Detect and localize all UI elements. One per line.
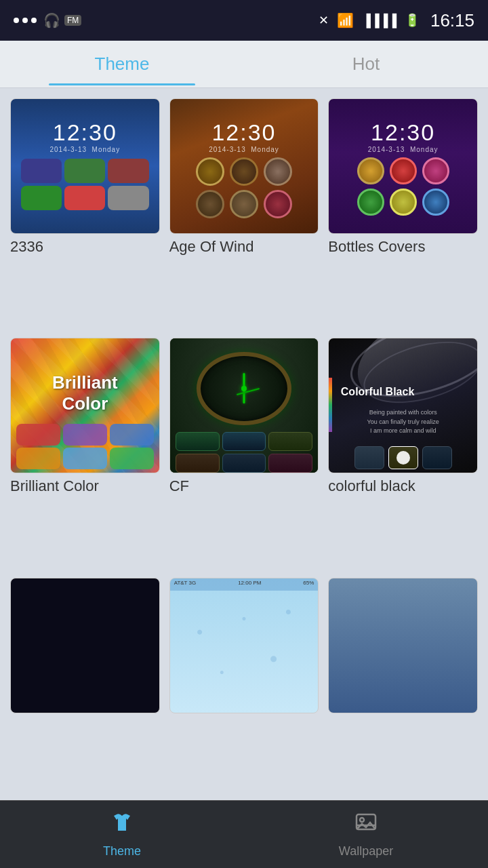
theme-label-bottles-covers: Bottles Covers	[328, 238, 478, 256]
mini-icon-1	[21, 159, 62, 183]
clock-2336: 12:30	[53, 119, 117, 146]
battery-icon: 🔋	[405, 13, 420, 28]
br-icon-4	[16, 448, 60, 469]
aow-icon-1	[196, 157, 224, 186]
status-dot-3	[31, 18, 37, 23]
date-bottles: 2014-3-13 Monday	[368, 146, 439, 153]
status-dot-2	[22, 18, 28, 23]
clock-aow: 12:30	[211, 119, 276, 146]
aow-icon-2	[230, 157, 258, 186]
aow-icon-6	[264, 190, 292, 218]
cf-icon-1	[176, 432, 220, 451]
bottle-icon-3	[422, 157, 449, 184]
mini-icon-2	[64, 159, 105, 183]
cf-icon-6	[268, 454, 312, 473]
cb-icon-1	[354, 446, 384, 469]
aow-icon-3	[264, 157, 292, 186]
bottle-icon-5	[390, 189, 417, 216]
clock-face-cf	[197, 352, 291, 425]
icon-row-aow-1	[196, 157, 292, 186]
bottle-icon-2	[390, 157, 417, 184]
bottle-icon-1	[357, 157, 384, 184]
theme-thumb-brilliant: BrilliantColor	[10, 338, 160, 473]
date-aow: 2014-3-13 Monday	[209, 146, 279, 153]
bottom-nav: Theme Wallpaper	[0, 800, 488, 868]
theme-thumb-bottles: 12:30 2014-3-13 Monday	[328, 98, 478, 234]
status-dot-1	[14, 18, 19, 23]
mini-icon-5	[64, 186, 105, 210]
theme-item-age-of-wind[interactable]: 12:30 2014-3-13 Monday Age Of Wind	[169, 98, 319, 328]
theme-label-colorful-black: colorful black	[328, 477, 478, 495]
status-right: ✕ 📶 ▐▐▐▐ 🔋 16:15	[319, 10, 474, 31]
theme-label-age-of-wind: Age Of Wind	[169, 238, 319, 256]
mute-icon: ✕	[319, 13, 329, 28]
theme-item-colorful-black[interactable]: Colorful Black Being painted with colors…	[328, 338, 478, 568]
clock-bottles: 12:30	[371, 119, 435, 146]
theme-item-bottles-covers[interactable]: 12:30 2014-3-13 Monday Bottles Covers	[328, 98, 478, 328]
theme-item-blue-gradient[interactable]	[328, 578, 478, 790]
theme-item-ios-style[interactable]: AT&T 3G 12:00 PM 65%	[169, 578, 319, 790]
icon-row-bottles-2	[357, 189, 449, 216]
theme-label-2336: 2336	[10, 238, 160, 256]
cb-icon-3	[422, 446, 452, 469]
aow-icon-5	[230, 190, 258, 218]
cb-bottom-icons	[329, 446, 477, 469]
theme-thumb-ios: AT&T 3G 12:00 PM 65%	[169, 578, 319, 713]
nav-item-wallpaper[interactable]: Wallpaper	[244, 801, 488, 868]
nav-item-theme[interactable]: Theme	[0, 801, 244, 868]
mini-icons-2336	[18, 159, 152, 210]
signal-icon: ▐▐▐▐	[362, 14, 396, 28]
tab-theme[interactable]: Theme	[0, 43, 244, 85]
cf-bottom-icons	[170, 432, 319, 473]
wallpaper-nav-label: Wallpaper	[339, 844, 393, 859]
brilliant-color-text: BrilliantColor	[18, 372, 152, 414]
tab-bar: Theme Hot	[0, 41, 488, 88]
aow-icon-4	[196, 190, 224, 218]
theme-label-cf: CF	[169, 477, 319, 495]
br-icon-6	[110, 448, 154, 469]
status-bar: 🎧 FM ✕ 📶 ▐▐▐▐ 🔋 16:15	[0, 0, 488, 41]
tab-hot[interactable]: Hot	[244, 43, 488, 85]
wallpaper-nav-icon	[354, 810, 378, 840]
theme-thumb-colorful-black: Colorful Black Being painted with colors…	[328, 338, 478, 473]
bottle-icon-4	[357, 189, 384, 216]
mini-icon-3	[108, 159, 148, 183]
svg-point-2	[360, 818, 364, 822]
wifi-icon: 📶	[337, 12, 354, 28]
status-left: 🎧 FM	[14, 12, 81, 28]
br-icon-2	[63, 424, 107, 446]
status-dots	[14, 18, 37, 23]
theme-item-cf[interactable]: CF	[169, 338, 319, 568]
theme-thumb-dark	[10, 578, 160, 713]
colorful-black-title: Colorful Black	[341, 386, 414, 398]
br-icon-5	[63, 448, 107, 469]
br-icon-3	[110, 424, 154, 446]
theme-item-brilliant-color[interactable]: BrilliantColor Brilliant Color	[10, 338, 160, 568]
theme-nav-icon	[110, 810, 134, 840]
br-icon-1	[16, 424, 60, 446]
headset-icon: 🎧	[43, 12, 60, 28]
theme-thumb-blue-grad	[328, 578, 478, 713]
cf-icon-5	[222, 454, 266, 473]
theme-item-2336[interactable]: 12:30 2014-3-13 Monday 2336	[10, 98, 160, 328]
status-app-icons: 🎧 FM	[43, 12, 81, 28]
bottle-icon-6	[422, 189, 449, 216]
cf-icon-4	[176, 454, 220, 473]
mini-icon-4	[21, 186, 62, 210]
colorful-black-subtext: Being painted with colorsYou can finally…	[336, 408, 470, 436]
theme-item-dark[interactable]	[10, 578, 160, 790]
cf-icon-2	[222, 432, 266, 451]
brilliant-bottom-icons	[11, 424, 159, 446]
tab-hot-label: Hot	[352, 54, 380, 74]
theme-thumb-cf	[169, 338, 319, 473]
date-2336: 2014-3-13 Monday	[49, 146, 120, 153]
icon-row-bottles-1	[357, 157, 449, 184]
theme-grid: 12:30 2014-3-13 Monday 2336 12:30 2014-3…	[0, 88, 488, 800]
cf-icon-3	[268, 432, 312, 451]
theme-nav-label: Theme	[103, 844, 141, 859]
mini-icon-6	[108, 186, 148, 210]
cb-icon-2	[388, 446, 418, 469]
status-time: 16:15	[430, 10, 474, 31]
theme-label-brilliant-color: Brilliant Color	[10, 477, 160, 495]
brilliant-bottom-icons-2	[11, 448, 159, 469]
